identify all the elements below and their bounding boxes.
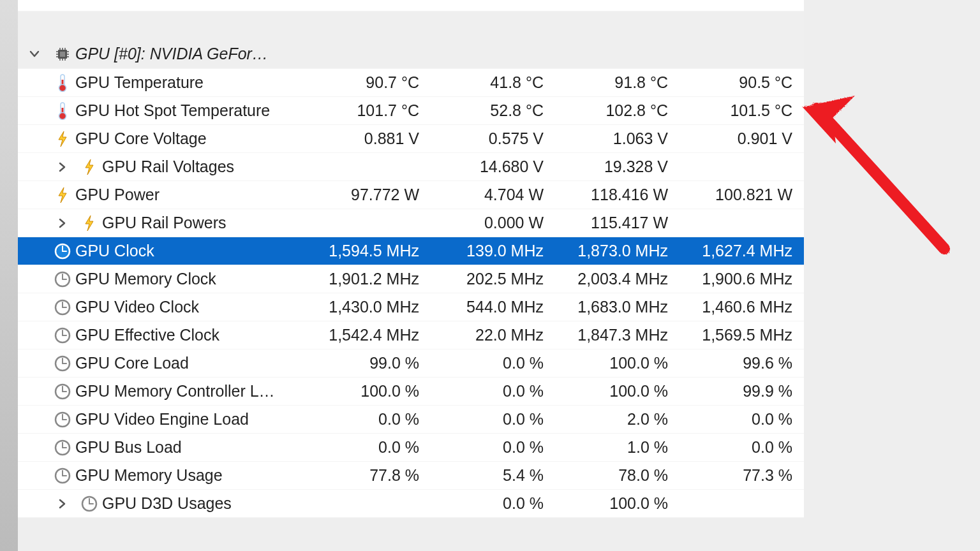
spacer-row [18, 11, 804, 40]
lightning-icon [54, 186, 71, 204]
cell-current: 101.7 °C [306, 101, 431, 120]
clock-icon [54, 242, 71, 260]
svg-rect-16 [62, 80, 64, 88]
row-label: GPU D3D Usages [102, 494, 232, 513]
cell-avg: 1,627.4 MHz [679, 242, 804, 260]
chevron-right-icon[interactable] [54, 214, 71, 232]
clock-icon [54, 355, 71, 372]
clock-icon [54, 467, 71, 485]
table-row[interactable]: GPU Rail Powers0.000 W115.417 W [18, 209, 804, 237]
lightning-icon [54, 130, 71, 148]
cell-max: 2,003.4 MHz [555, 270, 679, 288]
table-row[interactable]: GPU Video Engine Load0.0 %0.0 %2.0 %0.0 … [18, 406, 804, 434]
clock-icon [54, 439, 71, 457]
cell-min: 0.0 % [431, 410, 555, 429]
cell-avg: 0.901 V [679, 129, 804, 148]
cell-min: 0.575 V [431, 129, 555, 148]
cell-min: 202.5 MHz [431, 270, 555, 288]
cell-min: 0.000 W [431, 214, 555, 232]
table-row[interactable]: GPU Effective Clock1,542.4 MHz22.0 MHz1,… [18, 321, 804, 349]
row-label: GPU Core Voltage [75, 129, 207, 148]
cell-avg: 1,460.6 MHz [679, 298, 804, 316]
cell-avg: 90.5 °C [679, 73, 804, 92]
table-row[interactable]: GPU Video Clock1,430.0 MHz544.0 MHz1,683… [18, 293, 804, 321]
table-row[interactable]: GPU Clock1,594.5 MHz139.0 MHz1,873.0 MHz… [18, 237, 804, 265]
cell-avg: 99.9 % [679, 382, 804, 400]
cell-current: 1,901.2 MHz [306, 270, 431, 288]
chevron-right-icon[interactable] [54, 158, 71, 176]
group-label: GPU [#0]: NVIDIA GeFor… [75, 45, 268, 63]
cell-max: 115.417 W [555, 214, 679, 232]
table-row[interactable]: GPU Rail Voltages14.680 V19.328 V [18, 153, 804, 181]
chip-icon [54, 45, 71, 63]
row-label: GPU Memory Usage [75, 466, 223, 485]
cell-avg: 1,569.5 MHz [679, 326, 804, 344]
row-label: GPU Temperature [75, 73, 204, 92]
thermometer-icon [54, 74, 71, 92]
cell-max: 91.8 °C [555, 73, 679, 92]
cell-current: 77.8 % [306, 466, 431, 485]
cell-current: 90.7 °C [306, 73, 431, 92]
cell-max: 100.0 % [555, 494, 679, 513]
cell-max: 19.328 V [555, 158, 679, 176]
lightning-icon [80, 214, 98, 232]
cell-current: 0.0 % [306, 410, 431, 429]
cell-max: 1,873.0 MHz [555, 242, 679, 260]
svg-rect-1 [60, 52, 65, 57]
row-label: GPU Hot Spot Temperature [75, 101, 270, 120]
row-label: GPU Video Clock [75, 298, 199, 316]
cell-min: 0.0 % [431, 494, 555, 513]
cell-max: 1,847.3 MHz [555, 326, 679, 344]
table-row[interactable]: GPU Hot Spot Temperature101.7 °C52.8 °C1… [18, 97, 804, 125]
group-header-gpu0[interactable]: GPU [#0]: NVIDIA GeFor… [18, 40, 804, 69]
table-row[interactable]: GPU Temperature90.7 °C41.8 °C91.8 °C90.5… [18, 69, 804, 97]
lightning-icon [80, 158, 98, 176]
cell-max: 100.0 % [555, 354, 679, 372]
clock-icon [54, 327, 71, 344]
cell-avg: 0.0 % [679, 438, 804, 457]
cell-current: 1,594.5 MHz [306, 242, 431, 260]
cell-current: 1,542.4 MHz [306, 326, 431, 344]
table-row[interactable]: GPU Memory Usage77.8 %5.4 %78.0 %77.3 % [18, 462, 804, 490]
table-row[interactable]: GPU D3D Usages0.0 %100.0 % [18, 490, 804, 518]
clock-icon [54, 383, 71, 400]
row-label: GPU Video Engine Load [75, 410, 249, 429]
cell-min: 0.0 % [431, 382, 555, 400]
table-row[interactable]: GPU Power97.772 W4.704 W118.416 W100.821… [18, 181, 804, 209]
cell-avg: 0.0 % [679, 410, 804, 429]
cell-min: 5.4 % [431, 466, 555, 485]
clock-icon [54, 298, 71, 316]
row-label: GPU Power [75, 186, 160, 204]
chevron-right-icon[interactable] [54, 495, 71, 513]
sensor-tree-table: GPU [#0]: NVIDIA GeFor… GPU Temperature9… [18, 0, 804, 518]
cell-min: 4.704 W [431, 186, 555, 204]
table-row[interactable]: GPU Bus Load0.0 %0.0 %1.0 %0.0 % [18, 434, 804, 462]
cell-max: 102.8 °C [555, 101, 679, 120]
cell-min: 544.0 MHz [431, 298, 555, 316]
cell-min: 0.0 % [431, 354, 555, 372]
table-row[interactable]: GPU Memory Controller L…100.0 %0.0 %100.… [18, 378, 804, 406]
cell-min: 41.8 °C [431, 73, 555, 92]
row-label: GPU Memory Clock [75, 270, 216, 288]
partial-row-top [18, 0, 804, 11]
cell-current: 1,430.0 MHz [306, 298, 431, 316]
cell-avg: 1,900.6 MHz [679, 270, 804, 288]
annotation-arrow-icon [798, 83, 963, 261]
table-row[interactable]: GPU Core Voltage0.881 V0.575 V1.063 V0.9… [18, 125, 804, 153]
cell-min: 52.8 °C [431, 101, 555, 120]
cell-max: 1,683.0 MHz [555, 298, 679, 316]
chevron-down-icon[interactable] [26, 45, 43, 63]
table-row[interactable]: GPU Core Load99.0 %0.0 %100.0 %99.6 % [18, 349, 804, 378]
cell-avg: 100.821 W [679, 186, 804, 204]
cell-current: 100.0 % [306, 382, 431, 400]
cell-min: 22.0 MHz [431, 326, 555, 344]
cell-avg: 77.3 % [679, 466, 804, 485]
cell-current: 0.881 V [306, 129, 431, 148]
clock-icon [54, 411, 71, 429]
row-label: GPU Bus Load [75, 438, 182, 457]
cell-max: 2.0 % [555, 410, 679, 429]
table-row[interactable]: GPU Memory Clock1,901.2 MHz202.5 MHz2,00… [18, 265, 804, 293]
row-label: GPU Clock [75, 242, 154, 260]
cell-max: 1.0 % [555, 438, 679, 457]
thermometer-icon [54, 102, 71, 120]
